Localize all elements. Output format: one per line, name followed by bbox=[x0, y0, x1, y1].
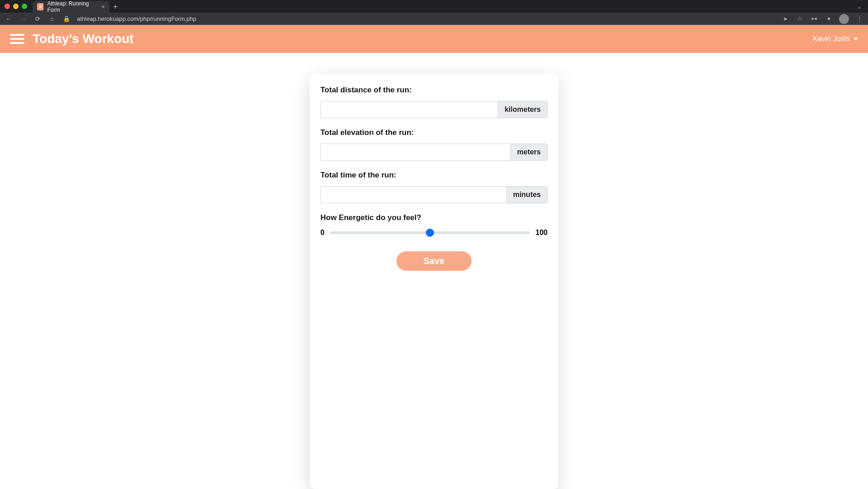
time-unit: minutes bbox=[506, 186, 548, 203]
elevation-label: Total elevation of the run: bbox=[320, 128, 548, 137]
extensions-icon[interactable]: ✦ bbox=[825, 15, 833, 23]
time-field: Total time of the run: minutes bbox=[320, 171, 548, 203]
energy-label: How Energetic do you feel? bbox=[320, 213, 548, 222]
home-icon[interactable]: ⌂ bbox=[48, 15, 56, 23]
elevation-unit: meters bbox=[510, 144, 548, 161]
elevation-input[interactable] bbox=[320, 144, 510, 161]
forward-icon[interactable]: → bbox=[19, 15, 27, 23]
distance-field: Total distance of the run: kilometers bbox=[320, 86, 548, 118]
new-tab-button[interactable]: + bbox=[110, 1, 121, 13]
time-label: Total time of the run: bbox=[320, 171, 548, 180]
maximize-window-icon[interactable] bbox=[22, 4, 27, 9]
close-window-icon[interactable] bbox=[5, 4, 10, 9]
kebab-menu-icon[interactable]: ⋮ bbox=[855, 15, 863, 23]
reload-icon[interactable]: ⟳ bbox=[33, 15, 42, 23]
caret-down-icon bbox=[854, 38, 858, 40]
distance-unit: kilometers bbox=[498, 101, 548, 118]
distance-input[interactable] bbox=[320, 101, 498, 118]
tab-title: Athleap: Running Form bbox=[47, 0, 97, 13]
glasses-icon[interactable]: 👓 bbox=[810, 15, 818, 23]
tabs-overflow-icon[interactable]: ⌄ bbox=[854, 1, 864, 13]
close-tab-icon[interactable]: × bbox=[101, 3, 105, 10]
distance-label: Total distance of the run: bbox=[320, 86, 548, 95]
app-header: Today's Workout Kevin Joshi bbox=[0, 25, 868, 53]
time-input[interactable] bbox=[320, 186, 506, 203]
back-icon[interactable]: ← bbox=[5, 15, 13, 23]
user-menu[interactable]: Kevin Joshi bbox=[813, 35, 858, 43]
browser-tab[interactable]: A Athleap: Running Form × bbox=[33, 1, 110, 13]
profile-avatar-icon[interactable] bbox=[839, 14, 849, 24]
send-icon[interactable]: ➤ bbox=[781, 15, 789, 23]
favicon-icon: A bbox=[37, 3, 43, 10]
elevation-field: Total elevation of the run: meters bbox=[320, 128, 548, 161]
lock-icon: 🔒 bbox=[62, 15, 71, 23]
address-bar-row: ← → ⟳ ⌂ 🔒 athleap.herokuapp.com/php/runn… bbox=[0, 13, 868, 25]
user-name: Kevin Joshi bbox=[813, 35, 850, 43]
energy-max: 100 bbox=[535, 229, 548, 237]
energy-slider[interactable] bbox=[330, 229, 530, 237]
window-controls bbox=[5, 4, 27, 9]
hamburger-menu-icon[interactable] bbox=[10, 32, 24, 46]
page-body: Total distance of the run: kilometers To… bbox=[0, 53, 868, 489]
url-text[interactable]: athleap.herokuapp.com/php/runningForm.ph… bbox=[77, 15, 196, 22]
workout-form-card: Total distance of the run: kilometers To… bbox=[310, 74, 558, 489]
browser-chrome: A Athleap: Running Form × + ⌄ ← → ⟳ ⌂ 🔒 … bbox=[0, 0, 868, 25]
slider-thumb-icon[interactable] bbox=[426, 229, 434, 237]
energy-min: 0 bbox=[320, 229, 324, 237]
save-button[interactable]: Save bbox=[396, 251, 472, 271]
tab-bar: A Athleap: Running Form × + ⌄ bbox=[0, 0, 868, 13]
page-title: Today's Workout bbox=[33, 32, 134, 46]
bookmark-icon[interactable]: ☆ bbox=[796, 15, 804, 23]
minimize-window-icon[interactable] bbox=[13, 4, 19, 9]
energy-field: How Energetic do you feel? 0 100 bbox=[320, 213, 548, 237]
